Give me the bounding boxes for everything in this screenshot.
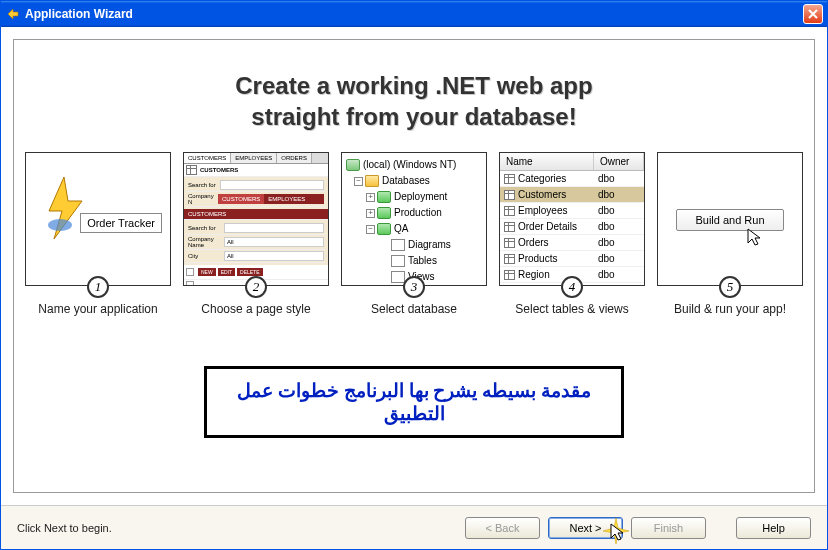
app-name-field: Order Tracker <box>80 213 162 233</box>
arabic-description: مقدمة بسيطه يشرح بها البرنامج خطوات عمل … <box>204 366 624 438</box>
inner-panel: Create a working .NET web app straight f… <box>13 39 815 493</box>
headline-line1: Create a working .NET web app <box>235 72 592 99</box>
mini-tab: ORDERS <box>277 153 312 163</box>
step-number-3: 3 <box>403 276 425 298</box>
table-icon <box>504 238 515 248</box>
step-3-label: Select database <box>371 302 457 316</box>
app-icon <box>5 6 21 22</box>
wizard-window: Application Wizard Create a working .NET… <box>0 0 828 550</box>
database-icon <box>377 223 391 235</box>
step-5: Build and Run 5 Build & run your app! <box>657 152 803 316</box>
diagram-icon <box>391 239 405 251</box>
table-icon <box>391 255 405 267</box>
mini-tab: EMPLOYEES <box>231 153 277 163</box>
headline-line2: straight from your database! <box>251 103 576 130</box>
table-row: Customersdbo <box>500 187 644 203</box>
table-icon <box>504 174 515 184</box>
finish-button[interactable]: Finish <box>631 517 706 539</box>
column-header-name: Name <box>500 153 594 170</box>
svg-point-0 <box>48 219 72 231</box>
server-icon <box>346 159 360 171</box>
step-4-thumb: Name Owner CategoriesdboCustomersdboEmpl… <box>499 152 645 286</box>
step-5-label: Build & run your app! <box>674 302 786 316</box>
table-row: Productsdbo <box>500 251 644 267</box>
step-number-1: 1 <box>87 276 109 298</box>
titlebar: Application Wizard <box>1 1 827 27</box>
step-1-label: Name your application <box>38 302 157 316</box>
step-2: CUSTOMERS EMPLOYEES ORDERS CUSTOMERS Sea… <box>183 152 329 316</box>
table-row: Order Detailsdbo <box>500 219 644 235</box>
table-icon <box>504 254 515 264</box>
step-3: (local) (Windows NT) −Databases +Deploym… <box>341 152 487 316</box>
folder-icon <box>365 175 379 187</box>
step-number-4: 4 <box>561 276 583 298</box>
help-button[interactable]: Help <box>736 517 811 539</box>
view-icon <box>391 271 405 283</box>
back-button[interactable]: < Back <box>465 517 540 539</box>
step-number-5: 5 <box>719 276 741 298</box>
step-number-2: 2 <box>245 276 267 298</box>
steps-row: Order Tracker 1 Name your application CU… <box>14 152 814 316</box>
table-icon <box>504 206 515 216</box>
window-title: Application Wizard <box>25 7 803 21</box>
next-button[interactable]: Next > <box>548 517 623 539</box>
step-3-thumb: (local) (Windows NT) −Databases +Deploym… <box>341 152 487 286</box>
step-5-thumb: Build and Run <box>657 152 803 286</box>
close-button[interactable] <box>803 4 823 24</box>
content-area: Create a working .NET web app straight f… <box>1 27 827 549</box>
table-row: Categoriesdbo <box>500 171 644 187</box>
table-icon <box>504 270 515 280</box>
column-header-owner: Owner <box>594 153 644 170</box>
step-1-thumb: Order Tracker <box>25 152 171 286</box>
headline: Create a working .NET web app straight f… <box>14 40 814 152</box>
database-icon <box>377 191 391 203</box>
step-4: Name Owner CategoriesdboCustomersdboEmpl… <box>499 152 645 316</box>
table-icon <box>504 222 515 232</box>
step-2-thumb: CUSTOMERS EMPLOYEES ORDERS CUSTOMERS Sea… <box>183 152 329 286</box>
bottom-bar: Click Next to begin. < Back Next > Finis… <box>1 505 827 549</box>
cursor-icon <box>746 227 768 251</box>
status-text: Click Next to begin. <box>17 522 112 534</box>
table-icon <box>504 190 515 200</box>
table-row: Ordersdbo <box>500 235 644 251</box>
step-2-label: Choose a page style <box>201 302 310 316</box>
close-icon <box>808 9 818 19</box>
database-icon <box>377 207 391 219</box>
step-1: Order Tracker 1 Name your application <box>25 152 171 316</box>
mini-tab: CUSTOMERS <box>184 153 231 163</box>
step-4-label: Select tables & views <box>515 302 628 316</box>
table-row: Employeesdbo <box>500 203 644 219</box>
